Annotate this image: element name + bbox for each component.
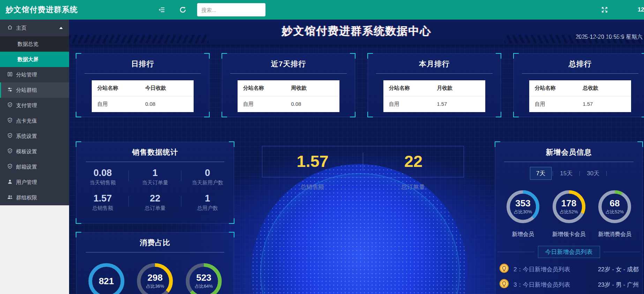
- ranking-card: 日排行 分站名称今日收款 自用0.08: [76, 53, 209, 117]
- sidebar-item[interactable]: 分站管理: [0, 67, 69, 82]
- fullscreen-icon[interactable]: [600, 5, 609, 14]
- stat-label: 当天新用户数: [181, 179, 234, 186]
- sidebar-item[interactable]: 系统设置: [0, 128, 69, 144]
- tab-30天[interactable]: 30天: [581, 167, 605, 179]
- sidebar-item-label: 模板设置: [16, 148, 37, 155]
- sidebar-item[interactable]: 用户管理: [0, 175, 69, 190]
- stat-label: 总销售额: [76, 205, 129, 212]
- ranking-table: 分站名称今日收款 自用0.08: [92, 80, 194, 112]
- member-list-item[interactable]: 3：今日新增会员列表 23岁 - 男 - 广州: [495, 277, 642, 292]
- topbar-right: 123: [600, 5, 644, 14]
- stat-value: 22: [129, 193, 181, 204]
- shield-check-icon: [7, 163, 16, 170]
- shield-check-icon: [7, 117, 16, 124]
- table-row: 自用1.57: [383, 96, 486, 112]
- member-list-header-label[interactable]: 今日新增会员列表: [538, 246, 600, 258]
- donut-column: 68占比52% 新增消费会员: [596, 188, 634, 238]
- donut-percent: 占比52%: [560, 209, 578, 215]
- donut-value: 523: [196, 273, 211, 282]
- sidebar-item-label: 分站群组: [16, 87, 37, 94]
- member-donuts: 353占比30% 新增会员 178占比52% 新增领卡会员 68占比52% 新增…: [495, 188, 642, 238]
- donut-value: 178: [561, 199, 576, 208]
- donut-value: 68: [610, 199, 620, 208]
- stat-item: 0当天新用户数: [181, 168, 234, 186]
- ranking-card: 总排行 分站名称总收款 自用1.57: [514, 53, 644, 117]
- sidebar-item-label: 邮箱设置: [16, 164, 37, 170]
- sidebar-item[interactable]: 模板设置: [0, 144, 69, 159]
- sidebar-item-home[interactable]: 主页: [0, 20, 69, 36]
- sidebar-item-label: 数据大屏: [17, 56, 38, 63]
- table-header: 分站名称总收款: [529, 80, 631, 96]
- ranking-card: 本月排行 分站名称月收款 自用1.57: [368, 53, 501, 117]
- table-header: 分站名称周收款: [238, 80, 340, 96]
- stat-item: 1总用户数: [181, 193, 234, 212]
- panel-title: 销售数据统计: [76, 142, 234, 157]
- totals-labels: 总销售额总订单量: [262, 183, 463, 191]
- ranking-table: 分站名称总收款 自用1.57: [529, 80, 631, 112]
- donut-chart: 298占比36%: [135, 261, 175, 294]
- sidebar-item[interactable]: 群组权限: [0, 190, 69, 205]
- ranking-cards-row: 日排行 分站名称今日收款 自用0.08 近7天排行 分站名称周收款 自用0.08…: [76, 53, 644, 117]
- sidebar: 主页 数据总览 数据大屏 分站管理 分站群组 支付管理 点卡充值 系统设置 模板…: [0, 20, 69, 294]
- user-badge[interactable]: 123: [638, 6, 644, 13]
- donut-value: 298: [148, 273, 163, 282]
- total-value: 1.57: [262, 146, 363, 177]
- sidebar-filler: [0, 205, 69, 294]
- member-list: 2：今日新增会员列表 22岁 - 女 - 成都 3：今日新增会员列表 23岁 -…: [495, 262, 642, 294]
- sidebar-item[interactable]: 分站群组: [0, 82, 69, 98]
- panel-title: 总排行: [514, 54, 644, 69]
- donut-chart: 68占比52%: [596, 188, 633, 225]
- stat-item: 22总订单量: [129, 193, 181, 212]
- sidebar-item[interactable]: 点卡充值: [0, 113, 69, 128]
- donut-column: 178占比52% 新增领卡会员: [550, 188, 588, 238]
- donut-percent: 占比52%: [606, 209, 624, 215]
- stat-value: 1.57: [76, 193, 129, 204]
- stat-value: 1: [181, 193, 234, 204]
- donut-label: 新增消费会员: [596, 231, 634, 238]
- table-row: 自用0.08: [92, 96, 194, 112]
- new-members-panel: 新增会员信息 7天15天30天 353占比30% 新增会员 178占比52% 新…: [495, 142, 643, 294]
- tab-15天[interactable]: 15天: [554, 167, 578, 179]
- sidebar-item[interactable]: 支付管理: [0, 98, 69, 113]
- sidebar-item-label: 系统设置: [16, 133, 37, 140]
- totals-box: 1.5722: [262, 146, 464, 177]
- panel-title: 新增会员信息: [495, 142, 642, 157]
- stat-item: 1.57总销售额: [76, 193, 129, 212]
- donut-chart: 523占比64%: [184, 261, 224, 294]
- sidebar-item-label: 分站管理: [16, 72, 37, 78]
- donut-value: 821: [99, 277, 114, 286]
- sales-stats-grid: 0.08当天销售额1当天订单量0当天新用户数1.57总销售额22总订单量1总用户…: [76, 168, 234, 212]
- table-header: 分站名称今日收款: [92, 80, 194, 96]
- topbar-center: [157, 3, 265, 16]
- member-list-item[interactable]: 4：今日新增会员列表 24岁 - 女 - 北京: [495, 292, 642, 294]
- sidebar-item-label: 点卡充值: [16, 118, 37, 124]
- donut-percent: 占比64%: [195, 283, 213, 289]
- total-label: 总订单量: [363, 183, 464, 191]
- sidebar-menu: 主页 数据总览 数据大屏 分站管理 分站群组 支付管理 点卡充值 系统设置 模板…: [0, 20, 69, 205]
- user-icon: [7, 179, 16, 186]
- stat-label: 总用户数: [181, 205, 234, 212]
- sidebar-item[interactable]: 邮箱设置: [0, 159, 69, 175]
- home-icon: [7, 24, 16, 31]
- refresh-icon[interactable]: [178, 5, 187, 14]
- total-label: 总销售额: [262, 183, 363, 191]
- sidebar-item-label: 数据总览: [17, 41, 38, 47]
- search-input[interactable]: [197, 3, 265, 16]
- stat-value: 0.08: [76, 168, 129, 178]
- sidebar-item-label: 群组权限: [16, 194, 37, 201]
- member-list-item[interactable]: 2：今日新增会员列表 22岁 - 女 - 成都: [495, 262, 642, 277]
- donut-value: 353: [515, 199, 530, 208]
- sliders-icon: [7, 87, 16, 94]
- collapse-menu-icon[interactable]: [157, 5, 166, 14]
- tab-7天[interactable]: 7天: [530, 167, 552, 180]
- sidebar-subitem[interactable]: 数据总览: [0, 36, 69, 52]
- stat-item: 0.08当天销售额: [76, 168, 129, 186]
- donut-percent: 占比30%: [514, 209, 532, 215]
- page-title: 妙文馆付费进群系统数据中心: [69, 20, 644, 43]
- app-title: 妙文馆付费进群系统: [0, 5, 78, 15]
- sidebar-subitem[interactable]: 数据大屏: [0, 52, 69, 67]
- consumption-panel: 消费占比 821 298占比36% 523占比64%: [76, 232, 234, 294]
- stat-label: 总订单量: [129, 205, 181, 212]
- medal-icon: [498, 278, 514, 291]
- caret-up-icon: [59, 27, 63, 29]
